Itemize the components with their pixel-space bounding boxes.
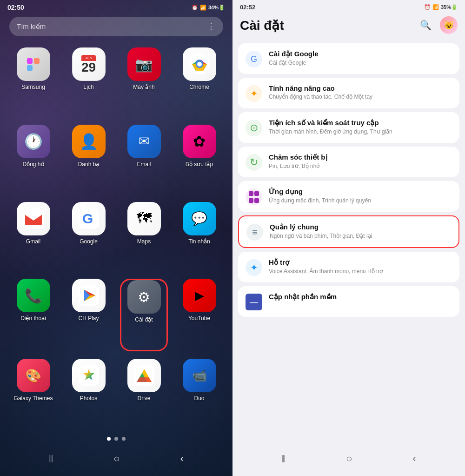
status-icons-left: ⏰ 📶 34%🔋 — [192, 5, 225, 11]
search-button[interactable]: 🔍 — [417, 16, 434, 34]
left-panel: 02:50 ⏰ 📶 34%🔋 Tìm kiếm ⋮ Samsung — [0, 0, 232, 476]
settings-list: G Cài đặt Google Cài đặt Google ✦ Tính n… — [232, 40, 465, 445]
settings-item-device[interactable]: ↻ Chăm sóc thiết bị Pin, Lưu trữ, Bộ nhớ — [238, 147, 459, 177]
app-label-lich: Lịch — [83, 84, 93, 90]
app-phone[interactable]: 📞 Điện thoại — [9, 279, 57, 351]
settings-item-google[interactable]: G Cài đặt Google Cài đặt Google — [238, 43, 459, 74]
nav-dots — [0, 432, 232, 445]
general-icon: ≡ — [246, 224, 263, 241]
settings-item-update[interactable]: — Cập nhật phần mềm — [238, 286, 459, 317]
settings-item-digital[interactable]: ⊙ Tiện ích số và kiểm soát truy cập Thời… — [238, 112, 459, 143]
app-lich[interactable]: JUN 29 Lịch — [65, 47, 113, 117]
app-label-camera: Máy ảnh — [133, 84, 154, 90]
recents-button-right[interactable]: ⦀ — [281, 453, 286, 465]
card-device: ↻ Chăm sóc thiết bị Pin, Lưu trữ, Bộ nhớ — [238, 147, 459, 177]
support-subtitle: Voice Assistant, Âm thanh mono, menu Hỗ … — [269, 268, 452, 275]
alarm-icon: ⏰ — [192, 5, 198, 11]
back-button[interactable]: ‹ — [180, 453, 184, 465]
settings-item-apps-text: Ứng dụng Ứng dụng mặc định, Trình quản l… — [269, 188, 452, 205]
apps-title: Ứng dụng — [269, 188, 452, 196]
svg-text:G: G — [82, 211, 93, 226]
app-messages[interactable]: 💬 Tin nhắn — [175, 202, 223, 272]
app-contacts[interactable]: 👤 Danh bạ — [65, 125, 113, 194]
app-google[interactable]: G Google — [65, 202, 113, 272]
advanced-subtitle: Chuyển động và thao tác, Chế độ Một tay — [269, 93, 452, 101]
app-bst[interactable]: ✿ Bộ sưu tập — [175, 125, 223, 194]
card-update: — Cập nhật phần mềm — [238, 286, 459, 317]
app-label-drive: Drive — [137, 395, 150, 402]
app-label-play: CH Play — [78, 315, 99, 322]
app-label-duo: Duo — [194, 395, 204, 402]
right-panel: 02:52 ⏰ 📶 35%🔋 Cài đặt 🔍 😺 G Cài đặt Goo… — [232, 0, 465, 476]
back-button-right[interactable]: ‹ — [413, 453, 416, 465]
card-digital: ⊙ Tiện ích số và kiểm soát truy cập Thời… — [238, 112, 459, 143]
svg-point-3 — [197, 62, 202, 67]
app-photos[interactable]: Photos — [65, 359, 113, 429]
profile-avatar[interactable]: 😺 — [440, 16, 458, 34]
time-right: 02:52 — [240, 4, 255, 11]
general-title: Quản lý chung — [270, 223, 451, 231]
app-label-clock: Đồng hồ — [22, 161, 44, 168]
device-icon: ↻ — [246, 154, 262, 171]
dot-2 — [114, 437, 118, 441]
card-general: ≡ Quản lý chung Ngôn ngữ và bàn phím, Th… — [238, 215, 459, 248]
settings-page-title: Cài đặt — [240, 18, 284, 33]
app-clock[interactable]: 🕐 Đồng hồ — [9, 125, 57, 194]
settings-item-support-text: Hỗ trợ Voice Assistant, Âm thanh mono, m… — [269, 258, 452, 275]
app-samsung[interactable]: Samsung — [9, 47, 57, 117]
update-title: Cập nhật phần mềm — [269, 293, 452, 301]
app-email[interactable]: ✉ Email — [120, 125, 168, 194]
search-placeholder: Tìm kiếm — [17, 22, 46, 31]
alarm-icon-right: ⏰ — [424, 4, 431, 10]
digital-title: Tiện ích số và kiểm soát truy cập — [269, 119, 452, 127]
app-settings[interactable]: ⚙ Cài đặt — [120, 279, 168, 351]
app-themes[interactable]: 🎨 Galaxy Themes — [9, 359, 57, 429]
settings-item-advanced-text: Tính năng nâng cao Chuyển động và thao t… — [269, 84, 452, 101]
settings-item-general[interactable]: ≡ Quản lý chung Ngôn ngữ và bàn phím, Th… — [239, 216, 458, 247]
settings-item-digital-text: Tiện ích số và kiểm soát truy cập Thời g… — [269, 119, 452, 136]
app-label-bst: Bộ sưu tập — [186, 161, 213, 168]
advanced-title: Tính năng nâng cao — [269, 84, 452, 92]
app-label-contacts: Danh bạ — [78, 161, 100, 168]
home-button[interactable]: ○ — [113, 453, 120, 465]
apps-icon — [246, 188, 262, 205]
settings-header: Cài đặt 🔍 😺 — [232, 13, 465, 40]
wifi-icon: 📶 — [200, 5, 206, 11]
status-icons-right: ⏰ 📶 35%🔋 — [424, 4, 458, 10]
status-bar-left: 02:50 ⏰ 📶 34%🔋 — [0, 0, 232, 13]
settings-item-support[interactable]: ✦ Hỗ trợ Voice Assistant, Âm thanh mono,… — [238, 252, 459, 282]
app-label-samsung: Samsung — [21, 84, 45, 90]
app-play[interactable]: CH Play — [65, 279, 113, 351]
device-subtitle: Pin, Lưu trữ, Bộ nhớ — [269, 162, 452, 170]
app-maps[interactable]: 🗺 Maps — [120, 202, 168, 272]
app-label-chrome: Chrome — [189, 84, 209, 90]
app-label-settings: Cài đặt — [135, 316, 153, 323]
settings-item-apps[interactable]: Ứng dụng Ứng dụng mặc định, Trình quản l… — [238, 181, 459, 212]
battery-right: 35%🔋 — [441, 4, 458, 10]
battery-left: 34%🔋 — [208, 5, 225, 11]
app-duo[interactable]: 📹 Duo — [175, 359, 223, 429]
google-subtitle: Cài đặt Google — [269, 59, 452, 67]
app-label-messages: Tin nhắn — [188, 238, 210, 245]
settings-item-advanced[interactable]: ✦ Tính năng nâng cao Chuyển động và thao… — [238, 78, 459, 108]
support-title: Hỗ trợ — [269, 258, 452, 267]
app-label-gmail: Gmail — [26, 238, 40, 245]
google-title: Cài đặt Google — [269, 50, 452, 58]
recents-button[interactable]: ⦀ — [49, 453, 53, 465]
app-youtube[interactable]: ▶ YouTube — [175, 279, 223, 351]
card-google: G Cài đặt Google Cài đặt Google — [238, 43, 459, 74]
more-options-icon[interactable]: ⋮ — [207, 21, 216, 32]
app-chrome[interactable]: Chrome — [175, 47, 223, 117]
app-label-email: Email — [137, 161, 151, 168]
settings-item-device-text: Chăm sóc thiết bị Pin, Lưu trữ, Bộ nhớ — [269, 153, 452, 170]
app-label-google: Google — [80, 238, 98, 245]
dot-1 — [107, 437, 111, 441]
app-drive[interactable]: Drive — [120, 359, 168, 429]
app-gmail[interactable]: Gmail — [9, 202, 57, 272]
status-bar-right: 02:52 ⏰ 📶 35%🔋 — [232, 0, 465, 13]
search-bar[interactable]: Tìm kiếm ⋮ — [9, 17, 223, 36]
home-button-right[interactable]: ○ — [346, 453, 352, 465]
app-camera[interactable]: 📷 Máy ảnh — [120, 47, 168, 117]
card-advanced: ✦ Tính năng nâng cao Chuyển động và thao… — [238, 78, 459, 108]
time-left: 02:50 — [7, 4, 24, 11]
